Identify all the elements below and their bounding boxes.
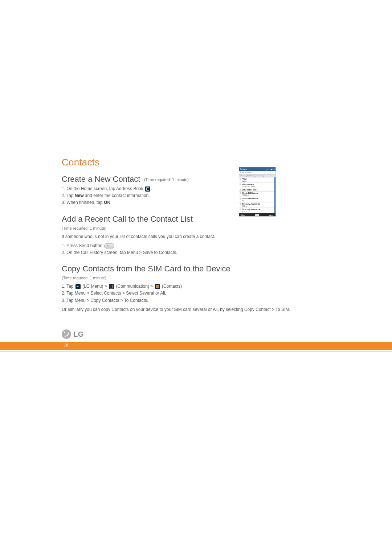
heading-create-contact: Create a New Contact [62, 175, 140, 184]
step-line: 1. Press Send button . [62, 242, 330, 249]
step-line: 2. Tap New and enter the contact informa… [62, 192, 330, 199]
step-line: 2. Tap Menu > Select Contacts > Select S… [62, 290, 330, 297]
contact-row: *Now#pt w [239, 177, 274, 183]
contact-row: Directory Assistance411 w [239, 208, 274, 213]
screenshot-softkeys: New Menu [239, 213, 275, 217]
screenshot-alpha-index: #ab cde fgh ijk lmn opq rst uvw xyz [239, 175, 275, 177]
document-page: Contacts Create a New Contact (Time requ… [0, 0, 392, 554]
subsection-create-contact: Create a New Contact (Time required: 1 m… [62, 175, 330, 206]
contact-row: <No number>22111283 e tv e [239, 183, 274, 188]
step-line: 3. Tap Menu > Copy Contacts > To Contact… [62, 297, 330, 304]
step-line: 1. Tap (LG Menu) > (Communication) > (Co… [62, 283, 330, 290]
time-required: (Time required: 1 minute) [62, 226, 330, 230]
contact-row: Check Bill Balance*w [239, 197, 274, 202]
main-content: Contacts Create a New Contact (Time requ… [62, 157, 330, 315]
softkey-left: New [241, 214, 245, 216]
subsection-copy-sim: Copy Contacts from the SIM Card to the D… [62, 264, 330, 313]
lg-logo-text: LG [73, 330, 84, 338]
screenshot-input: Enter a name... [239, 171, 275, 175]
keyboard-icon [255, 214, 259, 216]
contacts-icon [155, 284, 160, 289]
lg-menu-icon [75, 284, 81, 289]
send-button-icon [104, 243, 114, 249]
heading-add-recent-call: Add a Recent Call to the Contact List [62, 214, 330, 224]
footer-bar [0, 342, 392, 350]
subsection-add-recent-call: Add a Recent Call to the Contact List (T… [62, 214, 330, 257]
time-required: (Time required: 1 minute) [144, 177, 189, 182]
contact-row: (231) 168 84 e tv e [239, 188, 274, 192]
steps-list: 1. Tap (LG Menu) > (Communication) > (Co… [62, 283, 330, 304]
steps-list: 1. Press Send button . 2. On the Call Hi… [62, 242, 330, 256]
screenshot-titlebar: Contacts ▂ ▼ ◀× ✕ [239, 167, 275, 171]
phone-screenshot: Contacts ▂ ▼ ◀× ✕ Enter a name... #ab cd… [239, 167, 276, 217]
lg-logo-mark [62, 329, 71, 339]
contact-row: Directory Assistance411 w [239, 202, 274, 208]
page-number: 18 [64, 343, 68, 347]
contact-row: Check Bill Balance*225# w [239, 192, 274, 197]
status-icons: ▂ ▼ ◀× ✕ [266, 167, 275, 171]
steps-list: 1. On the Home screen, tap Address Book … [62, 185, 330, 206]
screenshot-title: Contacts [240, 167, 247, 171]
step-line: 2. On the Call History screen, tap Menu … [62, 249, 330, 256]
heading-copy-sim: Copy Contacts from the SIM Card to the D… [62, 264, 330, 274]
section-title: Contacts [62, 157, 330, 168]
lg-logo: LG [62, 329, 84, 339]
footer-divider [0, 351, 392, 352]
softkey-right: Menu [269, 214, 273, 216]
screenshot-contact-list: *Now#pt w<No number>22111283 e tv e(231)… [239, 177, 275, 213]
communication-icon [109, 284, 114, 289]
note-text: Or similarly you can copy Contacts on yo… [62, 306, 330, 313]
intro-text: If someone who is not in your list of co… [62, 233, 330, 240]
step-line: 3. When finished, tap OK. [62, 199, 330, 206]
step-line: 1. On the Home screen, tap Address Book … [62, 185, 330, 192]
time-required: (Time required: 1 minute) [62, 276, 330, 280]
address-book-icon [145, 186, 150, 192]
